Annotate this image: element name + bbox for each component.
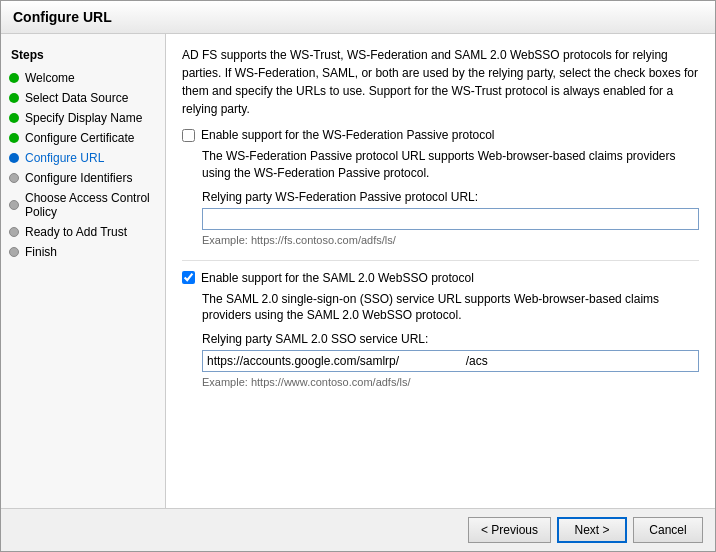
dialog-footer: < Previous Next > Cancel xyxy=(1,508,715,551)
sidebar-item-configure-certificate[interactable]: Configure Certificate xyxy=(1,128,165,148)
section-separator xyxy=(182,260,699,261)
intro-text: AD FS supports the WS-Trust, WS-Federati… xyxy=(182,46,699,118)
sidebar-label-welcome: Welcome xyxy=(25,71,75,85)
saml-url-input[interactable] xyxy=(202,350,699,372)
saml-checkbox[interactable] xyxy=(182,271,195,284)
ws-federation-checkbox-label[interactable]: Enable support for the WS-Federation Pas… xyxy=(201,128,494,142)
sidebar-item-specify-display-name[interactable]: Specify Display Name xyxy=(1,108,165,128)
sidebar-item-choose-access-control[interactable]: Choose Access Control Policy xyxy=(1,188,165,222)
dialog-title: Configure URL xyxy=(1,1,715,34)
sidebar-label-select-data-source: Select Data Source xyxy=(25,91,128,105)
sidebar-label-specify-display-name: Specify Display Name xyxy=(25,111,142,125)
ws-federation-example: Example: https://fs.contoso.com/adfs/ls/ xyxy=(202,234,699,246)
ws-federation-details: The WS-Federation Passive protocol URL s… xyxy=(182,148,699,246)
sidebar-item-ready-to-add-trust[interactable]: Ready to Add Trust xyxy=(1,222,165,242)
steps-label: Steps xyxy=(1,44,165,68)
dot-icon-configure-certificate xyxy=(9,133,19,143)
previous-button[interactable]: < Previous xyxy=(468,517,551,543)
sidebar-label-configure-url: Configure URL xyxy=(25,151,104,165)
saml-checkbox-row: Enable support for the SAML 2.0 WebSSO p… xyxy=(182,271,699,285)
ws-federation-checkbox[interactable] xyxy=(182,129,195,142)
sidebar-label-choose-access-control: Choose Access Control Policy xyxy=(25,191,155,219)
sidebar-label-configure-identifiers: Configure Identifiers xyxy=(25,171,132,185)
dot-icon-configure-identifiers xyxy=(9,173,19,183)
configure-url-dialog: Configure URL Steps Welcome Select Data … xyxy=(0,0,716,552)
dot-icon-select-data-source xyxy=(9,93,19,103)
sidebar-item-configure-url[interactable]: Configure URL xyxy=(1,148,165,168)
ws-federation-field-label: Relying party WS-Federation Passive prot… xyxy=(202,190,699,204)
main-content: AD FS supports the WS-Trust, WS-Federati… xyxy=(166,34,715,508)
saml-example: Example: https://www.contoso.com/adfs/ls… xyxy=(202,376,699,388)
sidebar-item-finish[interactable]: Finish xyxy=(1,242,165,262)
sidebar-label-configure-certificate: Configure Certificate xyxy=(25,131,134,145)
sidebar-item-configure-identifiers[interactable]: Configure Identifiers xyxy=(1,168,165,188)
saml-section: Enable support for the SAML 2.0 WebSSO p… xyxy=(182,271,699,389)
dot-icon-configure-url xyxy=(9,153,19,163)
cancel-button[interactable]: Cancel xyxy=(633,517,703,543)
ws-federation-checkbox-row: Enable support for the WS-Federation Pas… xyxy=(182,128,699,142)
ws-federation-description: The WS-Federation Passive protocol URL s… xyxy=(202,148,699,182)
dialog-body: Steps Welcome Select Data Source Specify… xyxy=(1,34,715,508)
sidebar-label-finish: Finish xyxy=(25,245,57,259)
dot-icon-finish xyxy=(9,247,19,257)
saml-description: The SAML 2.0 single-sign-on (SSO) servic… xyxy=(202,291,699,325)
sidebar: Steps Welcome Select Data Source Specify… xyxy=(1,34,166,508)
dot-icon-choose-access-control xyxy=(9,200,19,210)
sidebar-item-welcome[interactable]: Welcome xyxy=(1,68,165,88)
saml-checkbox-label[interactable]: Enable support for the SAML 2.0 WebSSO p… xyxy=(201,271,474,285)
sidebar-label-ready-to-add-trust: Ready to Add Trust xyxy=(25,225,127,239)
saml-details: The SAML 2.0 single-sign-on (SSO) servic… xyxy=(182,291,699,389)
saml-field-label: Relying party SAML 2.0 SSO service URL: xyxy=(202,332,699,346)
ws-federation-section: Enable support for the WS-Federation Pas… xyxy=(182,128,699,246)
dot-icon-ready-to-add-trust xyxy=(9,227,19,237)
next-button[interactable]: Next > xyxy=(557,517,627,543)
ws-federation-url-input[interactable] xyxy=(202,208,699,230)
dot-icon-specify-display-name xyxy=(9,113,19,123)
sidebar-item-select-data-source[interactable]: Select Data Source xyxy=(1,88,165,108)
dot-icon-welcome xyxy=(9,73,19,83)
